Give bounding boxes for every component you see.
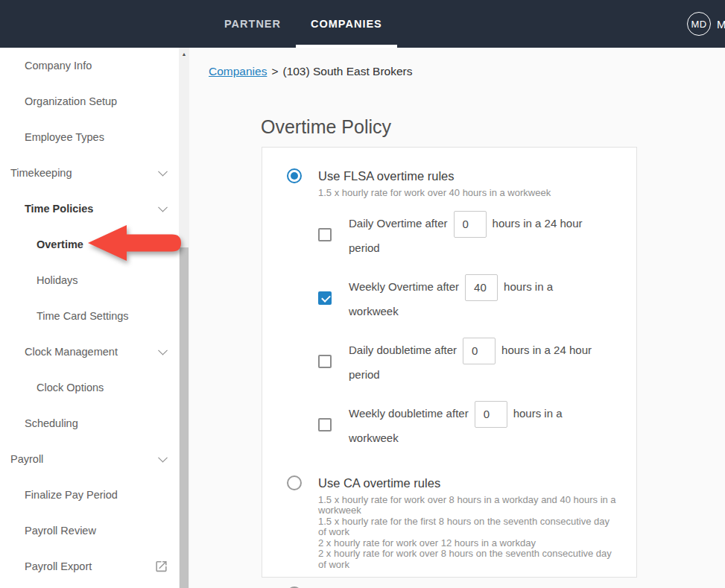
option-ca-description: 1.5 x hourly rate for work over 8 hours …: [318, 495, 618, 571]
daily-doubletime-row: Daily doubletime afterhours in a 24 hour…: [318, 338, 618, 385]
sidebar-item-company-info[interactable]: Company Info: [0, 48, 179, 83]
option-nv: Use NV overtime rules 1.5 x hourly rate …: [287, 584, 618, 588]
sidebar-item-label: Time Card Settings: [37, 310, 129, 322]
sidebar-item-label: Time Policies: [25, 203, 93, 215]
radio-flsa[interactable]: [287, 168, 302, 183]
sidebar-item-employee-types[interactable]: Employee Types: [0, 119, 179, 155]
option-ca-body: Use CA overtime rules 1.5 x hourly rate …: [318, 473, 618, 571]
weekly-overtime-checkbox[interactable]: [318, 291, 332, 305]
app-window: PARTNER COMPANIES MD M Company Info Orga…: [0, 0, 725, 588]
tab-partner[interactable]: PARTNER: [209, 0, 296, 48]
scrollbar-up-arrow-icon[interactable]: ▲: [179, 48, 189, 60]
sidebar-item-overtime[interactable]: Overtime: [0, 227, 179, 262]
sidebar-item-label: Finalize Pay Period: [25, 489, 118, 501]
label-prefix: Weekly doubletime after: [349, 406, 469, 419]
description-line: 2 x hourly rate for work over 12 hours i…: [318, 538, 618, 549]
sidebar-item-label: Timekeeping: [10, 167, 72, 179]
sidebar-item-label: Company Info: [25, 60, 92, 72]
sidebar-item-clock-management[interactable]: Clock Management: [0, 334, 179, 370]
radio-ca[interactable]: [287, 475, 302, 490]
sidebar-item-label: Clock Options: [37, 382, 104, 393]
chevron-down-icon: [158, 203, 168, 212]
top-navbar: PARTNER COMPANIES MD M: [0, 0, 725, 48]
sidebar-item-time-card-settings[interactable]: Time Card Settings: [0, 298, 179, 334]
label-prefix: Daily doubletime after: [349, 343, 457, 355]
breadcrumb: Companies>(103) South East Brokers: [209, 65, 413, 78]
tab-companies[interactable]: COMPANIES: [296, 0, 397, 48]
description-line: 1.5 x hourly rate for work over 8 hours …: [318, 495, 618, 516]
chevron-down-icon: [158, 346, 168, 355]
description-line: 2 x hourly rate for work over 8 hours on…: [318, 549, 618, 570]
option-nv-label: Use NV overtime rules: [318, 584, 618, 588]
weekly-doubletime-hours-input[interactable]: [475, 401, 507, 428]
user-menu[interactable]: MD M: [687, 0, 725, 48]
sidebar-item-payroll-export[interactable]: Payroll Export: [0, 549, 179, 584]
sidebar-item-label: Organization Setup: [25, 95, 117, 107]
daily-doubletime-label: Daily doubletime afterhours in a 24 hour…: [349, 338, 602, 385]
option-flsa-label: Use FLSA overtime rules: [318, 166, 618, 186]
page-title: Overtime Policy: [261, 116, 391, 138]
weekly-doubletime-row: Weekly doubletime afterhours in a workwe…: [318, 401, 618, 449]
flsa-checkbox-rows: Daily Overtime afterhours in a 24 hour p…: [318, 211, 618, 449]
sidebar-item-scheduling[interactable]: Scheduling: [0, 405, 179, 441]
sidebar: Company Info Organization Setup Employee…: [0, 48, 179, 588]
daily-doubletime-hours-input[interactable]: [463, 338, 496, 364]
weekly-overtime-row: Weekly Overtime afterhours in a workweek: [318, 274, 618, 322]
breadcrumb-separator: >: [271, 65, 278, 78]
option-flsa-body: Use FLSA overtime rules 1.5 x hourly rat…: [318, 166, 618, 464]
breadcrumb-current: (103) South East Brokers: [282, 65, 412, 78]
sidebar-item-finalize-pay-period[interactable]: Finalize Pay Period: [0, 477, 179, 513]
option-flsa-description: 1.5 x hourly rate for work over 40 hours…: [318, 188, 618, 199]
breadcrumb-link-companies[interactable]: Companies: [209, 65, 267, 78]
chevron-down-icon: [158, 453, 168, 463]
sidebar-item-payroll[interactable]: Payroll: [0, 441, 179, 477]
scrollbar-thumb[interactable]: [180, 247, 189, 588]
label-prefix: Daily Overtime after: [349, 216, 448, 229]
sidebar-item-label: Payroll Export: [25, 560, 92, 572]
sidebar-item-label: Payroll: [10, 453, 43, 465]
main-content: Companies>(103) South East Brokers Overt…: [189, 48, 725, 588]
sidebar-item-label: Payroll Review: [25, 525, 96, 537]
external-link-icon: [154, 560, 168, 574]
weekly-overtime-hours-input[interactable]: [465, 274, 498, 301]
user-name: M: [717, 18, 725, 31]
sidebar-item-timekeeping[interactable]: Timekeeping: [0, 155, 179, 191]
option-ca-label: Use CA overtime rules: [318, 473, 618, 493]
daily-doubletime-checkbox[interactable]: [318, 355, 332, 368]
sidebar-item-holidays[interactable]: Holidays: [0, 262, 179, 298]
daily-overtime-checkbox[interactable]: [318, 228, 332, 241]
sidebar-item-payroll-review[interactable]: Payroll Review: [0, 513, 179, 549]
description-line: 1.5 x hourly rate for the first 8 hours …: [318, 516, 618, 538]
daily-overtime-label: Daily Overtime afterhours in a 24 hour p…: [349, 211, 602, 259]
sidebar-scrollbar[interactable]: ▲: [179, 48, 189, 588]
sidebar-item-label: Overtime: [37, 238, 83, 250]
sidebar-item-label: Employee Types: [25, 131, 104, 143]
sidebar-item-label: Holidays: [37, 274, 78, 286]
nav-tabs: PARTNER COMPANIES: [209, 0, 397, 48]
overtime-policy-card: Use FLSA overtime rules 1.5 x hourly rat…: [262, 147, 637, 578]
label-prefix: Weekly Overtime after: [349, 279, 459, 292]
daily-overtime-hours-input[interactable]: [454, 211, 487, 238]
description-line: 1.5 x hourly rate for work over 40 hours…: [318, 188, 618, 199]
sidebar-item-organization-setup[interactable]: Organization Setup: [0, 83, 179, 119]
sidebar-item-label: Scheduling: [25, 417, 78, 429]
sidebar-item-time-policies[interactable]: Time Policies: [0, 191, 179, 227]
weekly-overtime-label: Weekly Overtime afterhours in a workweek: [349, 274, 602, 322]
chevron-down-icon: [158, 167, 168, 177]
option-ca: Use CA overtime rules 1.5 x hourly rate …: [287, 473, 618, 571]
weekly-doubletime-checkbox[interactable]: [318, 418, 332, 431]
avatar[interactable]: MD: [687, 12, 711, 36]
sidebar-item-label: Clock Management: [25, 346, 118, 358]
weekly-doubletime-label: Weekly doubletime afterhours in a workwe…: [349, 401, 602, 449]
sidebar-item-clock-options[interactable]: Clock Options: [0, 370, 179, 405]
option-nv-body: Use NV overtime rules 1.5 x hourly rate …: [318, 584, 618, 588]
option-flsa: Use FLSA overtime rules 1.5 x hourly rat…: [287, 166, 618, 464]
daily-overtime-row: Daily Overtime afterhours in a 24 hour p…: [318, 211, 618, 259]
